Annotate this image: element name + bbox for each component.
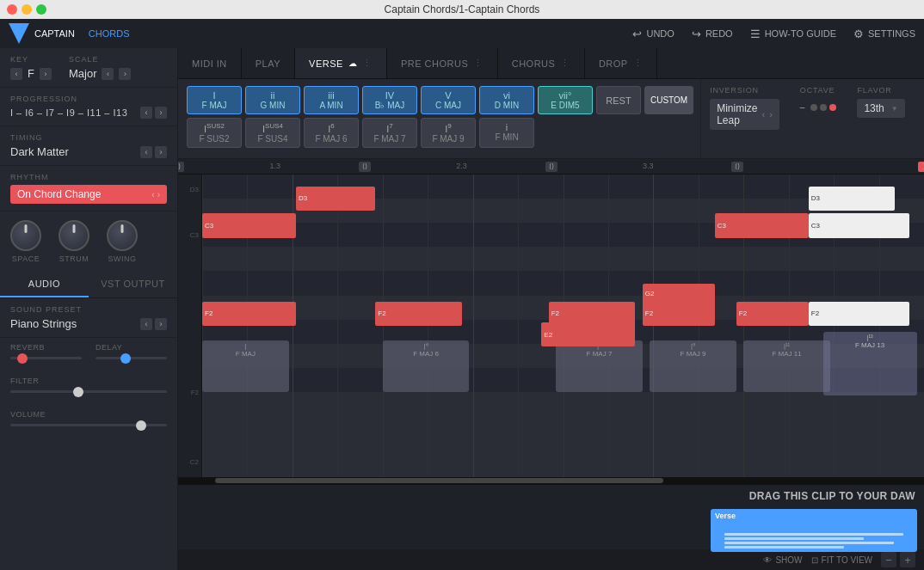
delay-thumb[interactable] xyxy=(120,353,131,364)
progression-value: I – I6 – I7 – I9 – I11 – I13 xyxy=(10,107,127,118)
roll-grid[interactable]: | F MAJ |⁶ F MAJ 6 |⁷ F MAJ 7 |⁹ F MAJ 9 xyxy=(202,175,924,477)
chord-btn-I7[interactable]: I7 F MAJ 7 xyxy=(362,118,417,148)
chord-btn-IV[interactable]: IV B♭ MAJ xyxy=(362,86,417,114)
rhythm-prev-icon[interactable]: ‹ xyxy=(151,190,154,199)
chord-marker-I9: |⁹ F MAJ 9 xyxy=(650,340,736,392)
chord-btn-V[interactable]: V C MAJ xyxy=(421,86,476,114)
tab-play[interactable]: PLAY xyxy=(242,48,295,78)
flavor-caret-icon: ▼ xyxy=(891,105,898,113)
octave-dot-1[interactable] xyxy=(810,104,817,111)
section-arrow-4[interactable]: ⟨⟩ xyxy=(731,162,743,172)
vline-2-75 xyxy=(518,175,519,477)
zoom-out-button[interactable]: − xyxy=(881,552,896,567)
inversion-control[interactable]: Minimize Leap ‹ › xyxy=(710,99,779,130)
flavor-label: FLAVOR xyxy=(857,86,904,95)
chord-btn-I6[interactable]: I6 F MAJ 6 xyxy=(304,118,359,148)
note-C3-2[interactable]: C3 xyxy=(715,213,809,237)
fit-icon: ⊡ xyxy=(811,555,818,565)
tab-verse[interactable]: VERSE ☁ ⋮ xyxy=(295,48,387,78)
section-arrow-2[interactable]: ⟨⟩ xyxy=(359,162,371,172)
note-E2[interactable]: E2 xyxy=(541,322,635,346)
scrollbar-thumb[interactable] xyxy=(215,478,662,483)
note-F2-4[interactable]: F2 xyxy=(643,302,715,326)
strum-knob-label: STRUM xyxy=(59,254,89,263)
close-button[interactable] xyxy=(7,4,17,15)
chord-btn-ii[interactable]: ii G MIN xyxy=(245,86,300,114)
chord-btn-vi[interactable]: vi D MIN xyxy=(479,86,534,114)
tab-drop[interactable]: DROP ⋮ xyxy=(585,48,657,78)
zoom-in-button[interactable]: + xyxy=(900,552,915,567)
key-next-button[interactable]: › xyxy=(40,68,52,80)
verse-options-icon[interactable]: ⋮ xyxy=(362,58,373,69)
swing-knob[interactable] xyxy=(107,220,138,251)
octave-dot-3[interactable] xyxy=(829,104,836,111)
undo-button[interactable]: ↩ UNDO xyxy=(632,28,674,40)
settings-button[interactable]: ⚙ SETTINGS xyxy=(853,28,915,40)
note-C3-3[interactable]: C3 xyxy=(809,213,909,237)
chord-btn-I9[interactable]: I9 F MAJ 9 xyxy=(421,118,476,148)
scale-prev-button[interactable]: ‹ xyxy=(102,68,114,80)
top-section: I F MAJ ii G MIN iii A MIN IV B♭ MAJ xyxy=(178,79,924,159)
preset-prev-button[interactable]: ‹ xyxy=(140,318,152,330)
rhythm-selector[interactable]: On Chord Change ‹ › xyxy=(10,185,167,204)
strum-knob[interactable] xyxy=(59,220,89,251)
section-arrow-3[interactable]: ⟨⟩ xyxy=(545,162,557,172)
volume-thumb[interactable] xyxy=(136,420,146,431)
timing-prev-button[interactable]: ‹ xyxy=(140,146,152,158)
prechorus-options-icon[interactable]: ⋮ xyxy=(473,58,484,69)
chord-btn-Isus4[interactable]: ISUS4 F SUS4 xyxy=(245,118,300,148)
space-knob[interactable] xyxy=(10,220,41,251)
chord-btn-i[interactable]: i F MIN xyxy=(479,118,534,148)
octave-dot-2[interactable] xyxy=(820,104,827,111)
timing-next-button[interactable]: › xyxy=(155,146,167,158)
key-prev-button[interactable]: ‹ xyxy=(10,68,22,80)
chord-marker-IFMAJ: | F MAJ xyxy=(202,340,289,392)
tab-chorus[interactable]: CHORUS ⋮ xyxy=(498,48,585,78)
scale-next-button[interactable]: › xyxy=(119,68,131,80)
maximize-button[interactable] xyxy=(36,4,46,15)
reverb-track[interactable] xyxy=(10,357,82,359)
chord-btn-Isus2[interactable]: ISUS2 F SUS2 xyxy=(187,118,242,148)
filter-thumb[interactable] xyxy=(73,387,83,397)
note-F2-6[interactable]: F2 xyxy=(809,302,909,326)
reverb-thumb[interactable] xyxy=(17,353,28,364)
vline-33 xyxy=(653,175,654,477)
inversion-next-icon[interactable]: › xyxy=(769,109,773,120)
flavor-dropdown[interactable]: 13th ▼ xyxy=(857,99,904,118)
fit-to-view-button[interactable]: ⊡ FIT TO VIEW xyxy=(811,555,872,565)
chord-btn-I[interactable]: I F MAJ xyxy=(187,86,242,114)
tab-midi-in[interactable]: MIDI IN xyxy=(178,48,242,78)
progression-label: PROGRESSION xyxy=(10,95,167,103)
progression-next-button[interactable]: › xyxy=(155,107,167,119)
chorus-options-icon[interactable]: ⋮ xyxy=(560,58,570,69)
minimize-button[interactable] xyxy=(22,4,32,15)
note-D3-2[interactable]: D3 xyxy=(809,187,896,211)
preset-next-button[interactable]: › xyxy=(155,318,167,330)
delay-label: DELAY xyxy=(95,343,167,352)
note-D3-1[interactable]: D3 xyxy=(296,187,375,211)
rhythm-next-icon[interactable]: › xyxy=(157,190,160,199)
howto-button[interactable]: ☰ HOW-TO GUIDE xyxy=(750,28,836,40)
progression-prev-button[interactable]: ‹ xyxy=(140,107,152,119)
chord-btn-vii[interactable]: vii° E DIM5 xyxy=(538,86,593,114)
note-F2-5[interactable]: F2 xyxy=(736,302,809,326)
note-F2-2[interactable]: F2 xyxy=(375,302,462,326)
filter-track[interactable] xyxy=(10,390,167,393)
chord-btn-custom[interactable]: CUSTOM xyxy=(644,86,693,114)
section-arrow-5[interactable]: ⟩ xyxy=(918,162,924,172)
tab-pre-chorus[interactable]: PRE CHORUS ⋮ xyxy=(387,48,498,78)
inversion-prev-icon[interactable]: ‹ xyxy=(762,109,766,120)
chord-btn-rest[interactable]: REST xyxy=(596,86,641,114)
horizontal-scrollbar[interactable] xyxy=(178,477,924,484)
show-button[interactable]: 👁 SHOW xyxy=(763,555,802,565)
drop-options-icon[interactable]: ⋮ xyxy=(633,58,644,69)
delay-track[interactable] xyxy=(95,357,167,359)
redo-button[interactable]: ↪ REDO xyxy=(692,28,733,40)
tab-audio[interactable]: AUDIO xyxy=(0,272,89,297)
note-F2-1[interactable]: F2 xyxy=(202,302,296,326)
note-C3-1[interactable]: C3 xyxy=(202,213,296,237)
volume-track[interactable] xyxy=(10,424,167,426)
chord-btn-iii[interactable]: iii A MIN xyxy=(304,86,359,114)
tab-vst[interactable]: VST OUTPUT xyxy=(89,272,177,297)
section-arrow-1[interactable]: ⟨⟩ xyxy=(178,162,184,172)
